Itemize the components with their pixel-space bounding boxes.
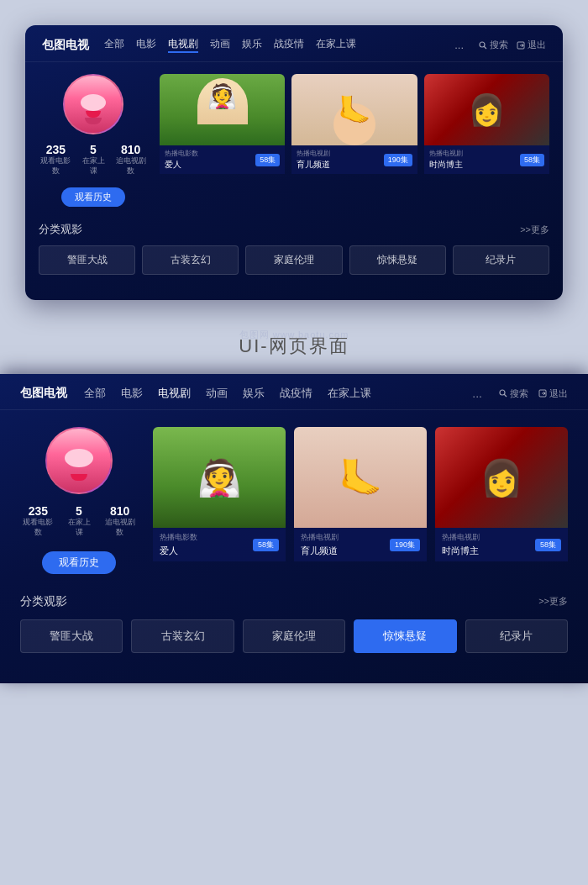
card-tag-wedding-top: 热播电影数 xyxy=(165,149,198,158)
thumb-wedding-bottom: 👰 xyxy=(153,427,286,528)
nav-more-top: ... xyxy=(454,39,464,51)
stat-series-top: 810 追电视剧数 xyxy=(113,143,148,176)
card-meta-wedding-top: 热播电影数 爱人 xyxy=(165,149,198,171)
card-info-wedding-top: 热播电影数 爱人 58集 xyxy=(160,145,285,174)
nav-item-tv-b[interactable]: 电视剧 xyxy=(158,386,191,401)
avatar-lips-top xyxy=(86,111,101,118)
nav-item-ent-b[interactable]: 娱乐 xyxy=(243,386,265,401)
middle-label-section: 包图网 www.baotu.com UI-网页界面 xyxy=(0,317,588,374)
card-info-fashion-top: 热播电视剧 时尚博主 58集 xyxy=(424,145,549,174)
nav-items-bottom: 全部 电影 电视剧 动画 娱乐 战疫情 在家上课 xyxy=(84,386,455,401)
nav-item-epidemic-b[interactable]: 战疫情 xyxy=(280,386,312,401)
svg-point-4 xyxy=(500,390,505,395)
stat-label-series-top: 追电视剧数 xyxy=(113,156,148,176)
cat-tag-4-top[interactable]: 纪录片 xyxy=(453,245,549,275)
stat-num-class-b: 5 xyxy=(76,504,82,518)
card-info-wedding-bottom: 热播电影数 爱人 58集 xyxy=(153,528,286,561)
card-count-wedding-b: 58集 xyxy=(253,539,279,551)
stat-label-movies-b: 观看电影数 xyxy=(20,518,56,537)
login-label-top: 退出 xyxy=(528,39,546,51)
card-meta-fashion-b: 热播电视剧 时尚博主 xyxy=(442,532,480,557)
card-info-baby-bottom: 热播电视剧 育儿频道 190集 xyxy=(294,528,427,561)
stat-series-bottom: 810 追电视剧数 xyxy=(102,504,138,537)
search-icon-bottom[interactable]: 搜索 xyxy=(499,387,528,400)
video-card-baby-bottom[interactable]: 🦶 热播电视剧 育儿频道 190集 xyxy=(294,427,427,573)
category-more-top[interactable]: >>更多 xyxy=(520,224,549,236)
stat-label-series-b: 追电视剧数 xyxy=(102,518,138,537)
nav-item-movie[interactable]: 电影 xyxy=(136,37,156,53)
card-count-baby-top: 190集 xyxy=(384,154,412,166)
left-panel-top: 235 观看电影数 5 在家上课 810 追电视剧数 观看历史 xyxy=(39,74,148,207)
history-btn-bottom[interactable]: 观看历史 xyxy=(42,551,116,574)
search-label-top: 搜索 xyxy=(490,39,508,51)
stat-num-movies-top: 235 xyxy=(46,143,66,156)
avatar-top xyxy=(63,74,123,134)
video-card-wedding-bottom[interactable]: 👰 热播电影数 爱人 58集 xyxy=(153,427,286,573)
thumb-wedding-top xyxy=(160,74,285,145)
stats-row-bottom: 235 观看电影数 5 在家上课 810 追电视剧数 xyxy=(20,504,138,537)
category-title-top: 分类观影 xyxy=(39,222,82,237)
cat-tag-2-top[interactable]: 家庭伦理 xyxy=(245,245,342,275)
nav-item-tv[interactable]: 电视剧 xyxy=(168,37,198,53)
top-section: 包图电视 全部 电影 电视剧 动画 娱乐 战疫情 在家上课 ... 搜索 退出 xyxy=(0,0,588,317)
thumb-baby-bottom: 🦶 xyxy=(294,427,427,528)
nav-more-bottom: ... xyxy=(472,387,482,400)
search-icon-top[interactable]: 搜索 xyxy=(479,39,508,51)
nav-item-entertainment[interactable]: 娱乐 xyxy=(242,37,262,53)
stat-movies-top: 235 观看电影数 xyxy=(39,143,73,176)
card-title-fashion-top: 时尚博主 xyxy=(429,159,463,171)
category-header-bottom: 分类观影 >>更多 xyxy=(20,594,568,609)
video-card-baby-top[interactable]: 热播电视剧 育儿频道 190集 xyxy=(291,74,417,207)
card-title-fashion-b: 时尚博主 xyxy=(442,545,480,557)
card-meta-baby-top: 热播电视剧 育儿频道 xyxy=(297,149,330,171)
bottom-nav: 包图电视 全部 电影 电视剧 动画 娱乐 战疫情 在家上课 ... 搜索 退出 xyxy=(0,374,588,410)
login-icon-bottom[interactable]: 退出 xyxy=(538,387,568,400)
stat-movies-bottom: 235 观看电影数 xyxy=(20,504,56,537)
nav-item-all[interactable]: 全部 xyxy=(104,37,124,53)
history-btn-top[interactable]: 观看历史 xyxy=(61,187,125,207)
stat-num-class-top: 5 xyxy=(90,143,97,156)
card-tag-fashion-b: 热播电视剧 xyxy=(442,532,480,543)
video-card-fashion-top[interactable]: 热播电视剧 时尚博主 58集 xyxy=(424,74,549,207)
cat-tag-2-bottom[interactable]: 家庭伦理 xyxy=(243,619,345,653)
card-title-wedding-top: 爱人 xyxy=(165,159,198,171)
video-cards-bottom: 👰 热播电影数 爱人 58集 🦶 xyxy=(153,427,568,573)
stat-class-top: 5 在家上课 xyxy=(80,143,108,176)
nav-item-anime[interactable]: 动画 xyxy=(210,37,230,53)
video-card-wedding-top[interactable]: 热播电影数 爱人 58集 xyxy=(160,74,285,207)
tv-card-top: 包图电视 全部 电影 电视剧 动画 娱乐 战疫情 在家上课 ... 搜索 退出 xyxy=(25,25,563,300)
left-panel-bottom: 235 观看电影数 5 在家上课 810 追电视剧数 观看历史 xyxy=(20,427,138,573)
brand-bottom: 包图电视 xyxy=(20,386,67,401)
top-nav: 包图电视 全部 电影 电视剧 动画 娱乐 战疫情 在家上课 ... 搜索 退出 xyxy=(25,25,563,62)
cat-tag-3-bottom[interactable]: 惊悚悬疑 xyxy=(354,619,456,653)
stat-num-series-top: 810 xyxy=(121,143,140,156)
category-more-bottom[interactable]: >>更多 xyxy=(538,595,568,608)
video-card-fashion-bottom[interactable]: 👩 热播电视剧 时尚博主 58集 xyxy=(435,427,568,573)
login-label-b: 退出 xyxy=(549,387,568,400)
cat-tag-1-top[interactable]: 古装玄幻 xyxy=(142,245,239,275)
tv-card-bottom: 包图电视 全部 电影 电视剧 动画 娱乐 战疫情 在家上课 ... 搜索 退出 xyxy=(0,374,588,682)
card-count-wedding-top: 58集 xyxy=(255,154,280,166)
card-title-baby-top: 育儿频道 xyxy=(297,159,330,171)
nav-item-homeclass[interactable]: 在家上课 xyxy=(316,37,356,53)
category-title-bottom: 分类观影 xyxy=(20,594,67,609)
card-title-wedding-b: 爱人 xyxy=(160,545,197,557)
nav-item-homeclass-b[interactable]: 在家上课 xyxy=(328,386,371,401)
tv-main-bottom: 235 观看电影数 5 在家上课 810 追电视剧数 观看历史 xyxy=(0,410,588,585)
cat-tag-3-top[interactable]: 惊悚悬疑 xyxy=(349,245,446,275)
cat-tag-4-bottom[interactable]: 纪录片 xyxy=(465,619,568,653)
nav-item-movie-b[interactable]: 电影 xyxy=(121,386,143,401)
category-section-top: 分类观影 >>更多 警匪大战 古装玄幻 家庭伦理 惊悚悬疑 纪录片 xyxy=(25,215,563,283)
cat-tag-0-top[interactable]: 警匪大战 xyxy=(39,245,135,275)
tv-main-top: 235 观看电影数 5 在家上课 810 追电视剧数 观看历史 xyxy=(25,62,563,215)
card-count-baby-b: 190集 xyxy=(390,539,420,551)
stat-label-movies-top: 观看电影数 xyxy=(39,156,73,176)
nav-item-epidemic[interactable]: 战疫情 xyxy=(274,37,304,53)
search-label-b: 搜索 xyxy=(510,387,528,400)
cat-tag-1-bottom[interactable]: 古装玄幻 xyxy=(131,619,234,653)
brand-top: 包图电视 xyxy=(42,38,89,53)
cat-tag-0-bottom[interactable]: 警匪大战 xyxy=(20,619,123,653)
nav-item-all-b[interactable]: 全部 xyxy=(84,386,106,401)
login-icon-top[interactable]: 退出 xyxy=(517,39,546,51)
nav-item-anime-b[interactable]: 动画 xyxy=(206,386,228,401)
